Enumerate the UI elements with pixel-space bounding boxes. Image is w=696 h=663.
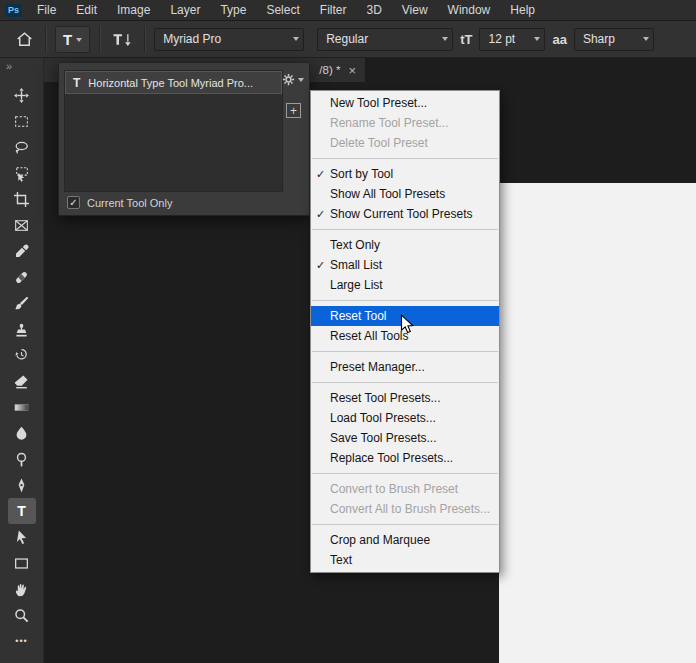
menu-item-preset-manager[interactable]: Preset Manager... bbox=[311, 357, 499, 377]
tool-preset-picker-button[interactable]: T bbox=[55, 26, 90, 53]
lasso-tool[interactable] bbox=[8, 134, 36, 160]
home-screen-button[interactable] bbox=[12, 30, 36, 49]
plus-icon: + bbox=[290, 105, 297, 117]
menu-separator bbox=[312, 473, 498, 474]
menu-item-small-list[interactable]: ✓Small List bbox=[311, 255, 499, 275]
document-canvas[interactable] bbox=[499, 183, 696, 663]
spot-healing-brush-tool[interactable] bbox=[8, 264, 36, 290]
menu-item-label: Show All Tool Presets bbox=[330, 187, 445, 201]
chevron-down-icon bbox=[298, 78, 304, 85]
menu-item-label: Reset Tool Presets... bbox=[330, 391, 441, 405]
hand-tool[interactable] bbox=[8, 576, 36, 602]
anti-alias-value: Sharp bbox=[583, 32, 615, 46]
edit-toolbar-tool[interactable]: ••• bbox=[8, 628, 36, 654]
menu-layer[interactable]: Layer bbox=[160, 0, 210, 21]
menu-separator bbox=[312, 524, 498, 525]
font-style-select[interactable]: Regular bbox=[317, 28, 453, 51]
tool-preset-label: Horizontal Type Tool Myriad Pro... bbox=[88, 77, 253, 89]
menu-item-label: Small List bbox=[330, 258, 382, 272]
checkmark-icon: ✓ bbox=[316, 168, 325, 181]
menu-image[interactable]: Image bbox=[107, 0, 160, 21]
path-selection-tool[interactable] bbox=[8, 524, 36, 550]
menu-separator bbox=[312, 382, 498, 383]
toggle-text-orientation-button[interactable] bbox=[109, 31, 135, 48]
menu-item-show-all-tool-presets[interactable]: Show All Tool Presets bbox=[311, 184, 499, 204]
frame-tool[interactable] bbox=[8, 212, 36, 238]
menu-help[interactable]: Help bbox=[500, 0, 545, 21]
menu-bar: Ps FileEditImageLayerTypeSelectFilter3DV… bbox=[0, 0, 696, 21]
panel-menu-gear-button[interactable] bbox=[281, 72, 304, 87]
menu-item-label: Reset Tool bbox=[330, 309, 386, 323]
menu-item-load-tool-presets[interactable]: Load Tool Presets... bbox=[311, 408, 499, 428]
panel-footer: ✓ Current Tool Only bbox=[67, 196, 172, 209]
history-brush-tool[interactable] bbox=[8, 342, 36, 368]
menu-type[interactable]: Type bbox=[210, 0, 256, 21]
tool-preset-picker-panel: T Horizontal Type Tool Myriad Pro... + ✓… bbox=[58, 62, 310, 216]
menu-item-save-tool-presets[interactable]: Save Tool Presets... bbox=[311, 428, 499, 448]
menu-item-label: Crop and Marquee bbox=[330, 533, 430, 547]
menu-item-new-tool-preset[interactable]: New Tool Preset... bbox=[311, 93, 499, 113]
create-new-preset-button[interactable]: + bbox=[286, 103, 301, 118]
photoshop-logo-icon[interactable]: Ps bbox=[0, 0, 27, 21]
menu-item-label: Reset All Tools bbox=[330, 329, 409, 343]
current-tool-only-checkbox[interactable]: ✓ bbox=[67, 196, 80, 209]
menu-item-replace-tool-presets[interactable]: Replace Tool Presets... bbox=[311, 448, 499, 468]
menu-item-label: Large List bbox=[330, 278, 383, 292]
anti-alias-select[interactable]: Sharp bbox=[574, 28, 654, 51]
menu-item-text[interactable]: Text bbox=[311, 550, 499, 570]
menu-item-label: Convert to Brush Preset bbox=[330, 482, 458, 496]
tool-preset-item[interactable]: T Horizontal Type Tool Myriad Pro... bbox=[65, 71, 282, 94]
pen-tool[interactable] bbox=[8, 472, 36, 498]
close-tab-icon[interactable]: × bbox=[348, 64, 356, 77]
menu-file[interactable]: File bbox=[27, 0, 66, 21]
menu-item-text-only[interactable]: Text Only bbox=[311, 235, 499, 255]
clone-stamp-tool[interactable] bbox=[8, 316, 36, 342]
crop-tool[interactable] bbox=[8, 186, 36, 212]
brush-tool[interactable] bbox=[8, 290, 36, 316]
separator bbox=[99, 26, 100, 52]
menu-item-label: Text bbox=[330, 553, 352, 567]
type-tool-icon: T bbox=[73, 76, 80, 90]
menu-edit[interactable]: Edit bbox=[66, 0, 107, 21]
menu-item-label: New Tool Preset... bbox=[330, 96, 427, 110]
chevron-down-icon bbox=[534, 37, 540, 44]
font-size-icon: tT bbox=[460, 32, 472, 47]
move-tool[interactable] bbox=[8, 82, 36, 108]
eyedropper-tool[interactable] bbox=[8, 238, 36, 264]
zoom-tool[interactable] bbox=[8, 602, 36, 628]
menu-select[interactable]: Select bbox=[256, 0, 309, 21]
menu-item-label: Load Tool Presets... bbox=[330, 411, 436, 425]
menu-separator bbox=[312, 300, 498, 301]
separator bbox=[45, 26, 46, 52]
tool-options-bar: T Myriad Pro Regular tT 12 pt aa Sharp bbox=[0, 21, 696, 58]
menu-filter[interactable]: Filter bbox=[310, 0, 357, 21]
menu-item-reset-tool-presets[interactable]: Reset Tool Presets... bbox=[311, 388, 499, 408]
menu-item-convert-to-brush-preset: Convert to Brush Preset bbox=[311, 479, 499, 499]
font-size-value: 12 pt bbox=[488, 32, 515, 46]
gradient-tool[interactable] bbox=[8, 394, 36, 420]
menu-item-show-current-tool-presets[interactable]: ✓Show Current Tool Presets bbox=[311, 204, 499, 224]
dodge-tool[interactable] bbox=[8, 446, 36, 472]
font-family-select[interactable]: Myriad Pro bbox=[154, 28, 304, 51]
menu-view[interactable]: View bbox=[392, 0, 438, 21]
font-style-value: Regular bbox=[326, 32, 368, 46]
blur-tool[interactable] bbox=[8, 420, 36, 446]
collapse-tools-chevrons-icon[interactable]: » bbox=[0, 58, 11, 76]
horizontal-type-tool[interactable]: T bbox=[8, 498, 36, 524]
menu-item-crop-and-marquee[interactable]: Crop and Marquee bbox=[311, 530, 499, 550]
menu-item-sort-by-tool[interactable]: ✓Sort by Tool bbox=[311, 164, 499, 184]
menu-item-label: Save Tool Presets... bbox=[330, 431, 437, 445]
menu-item-rename-tool-preset: Rename Tool Preset... bbox=[311, 113, 499, 133]
object-selection-tool[interactable] bbox=[8, 160, 36, 186]
chevron-down-icon bbox=[643, 37, 649, 44]
menu-item-large-list[interactable]: Large List bbox=[311, 275, 499, 295]
text-orientation-icon bbox=[111, 31, 133, 48]
photoshop-app-window: Ps FileEditImageLayerTypeSelectFilter3DV… bbox=[0, 0, 696, 663]
rectangular-marquee-tool[interactable] bbox=[8, 108, 36, 134]
menu-3d[interactable]: 3D bbox=[356, 0, 391, 21]
rectangle-tool[interactable] bbox=[8, 550, 36, 576]
eraser-tool[interactable] bbox=[8, 368, 36, 394]
font-size-select[interactable]: 12 pt bbox=[479, 28, 545, 51]
menu-separator bbox=[312, 351, 498, 352]
menu-window[interactable]: Window bbox=[438, 0, 501, 21]
